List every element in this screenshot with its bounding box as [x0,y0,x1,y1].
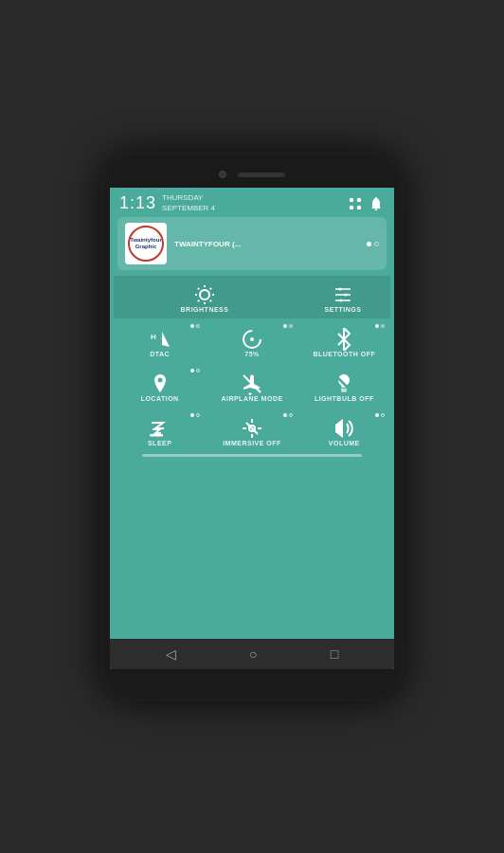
album-art-text: TwaintyfourGraphic [130,237,162,249]
wifi-label: 75% [244,351,260,357]
immersive-icon [241,417,263,440]
svg-text:H: H [151,333,156,341]
location-dots [190,369,200,372]
album-art: TwaintyfourGraphic [125,223,167,264]
phone-bottom-bar [110,669,394,692]
svg-point-17 [250,337,254,341]
svg-point-7 [339,288,342,291]
svg-point-10 [345,294,348,297]
bluetooth-label: BLUETOOTH OFF [313,351,375,357]
sleep-icon [149,417,171,440]
bell-icon [368,195,385,212]
svg-point-0 [350,197,353,201]
immersive-tile[interactable]: IMMERSIVE OFF [206,409,297,452]
status-time: 1:13 [119,193,156,213]
dtac-label: DTAC [150,351,170,357]
bluetooth-dots [375,324,385,328]
svg-point-4 [200,290,209,299]
status-date: SEPTEMBER 4 [162,204,215,213]
brightness-label: BRIGHTNESS [181,306,229,313]
home-button[interactable]: ○ [249,646,257,662]
location-label: LOCATION [141,395,179,402]
sleep-dots [190,413,200,417]
svg-point-3 [357,205,361,209]
notification-title: TWAINTYFOUR (... [174,240,359,248]
immersive-label: IMMERSIVE OFF [223,440,281,446]
svg-line-25 [246,423,258,434]
svg-rect-21 [342,390,347,392]
qs-row-2: H DTAC [114,320,390,363]
status-day: THURSDAY [162,193,215,203]
status-bar: 1:13 THURSDAY SEPTEMBER 4 [110,188,394,217]
grid-icon [347,195,364,212]
quick-settings-panel: BRIGHTNESS [110,276,394,639]
bluetooth-icon [333,328,355,351]
phone-top-bar [110,161,394,188]
brightness-icon [193,283,216,306]
svg-marker-15 [162,332,170,347]
volume-label: VOLUME [329,440,360,446]
svg-rect-20 [341,389,347,390]
lightbulb-tile[interactable]: LIGHTBULB OFF [298,365,390,408]
location-tile[interactable]: LOCATION [114,365,206,408]
location-icon [149,372,171,395]
scroll-indicator [142,454,362,457]
volume-dots [375,413,385,417]
recent-button[interactable]: □ [331,646,338,662]
airplane-icon [241,372,263,395]
settings-label: SETTINGS [324,306,361,313]
front-camera [219,171,226,178]
nav-bar: ◁ ○ □ [110,639,394,669]
svg-rect-23 [150,434,163,437]
speaker-grill [238,172,285,177]
bluetooth-tile[interactable]: BLUETOOTH OFF [298,320,390,363]
airplane-mode-tile[interactable]: AIRPLANE MODE [206,365,297,408]
notification-dots [367,242,379,246]
back-button[interactable]: ◁ [166,646,176,662]
airplane-mode-label: AIRPLANE MODE [221,395,282,402]
brightness-tile[interactable]: BRIGHTNESS [114,276,296,318]
wifi-tile[interactable]: 75% [206,320,297,363]
dtac-tile[interactable]: H DTAC [114,320,206,363]
notification-card[interactable]: TwaintyfourGraphic TWAINTYFOUR (... [117,217,387,270]
lightbulb-label: LIGHTBULB OFF [315,395,374,402]
phone-device: 1:13 THURSDAY SEPTEMBER 4 [100,152,404,701]
svg-point-13 [340,299,343,302]
settings-icon [332,283,354,306]
svg-point-18 [157,378,162,383]
lightbulb-icon [333,372,355,395]
immersive-dots [283,413,293,417]
svg-point-1 [357,197,361,201]
qs-row-4: SLEEP [114,409,390,452]
svg-point-2 [350,205,353,209]
qs-row-3: LOCATION AIRPLANE MODE [114,365,390,408]
signal-icon: H [149,328,171,351]
volume-tile[interactable]: VOLUME [298,409,390,452]
qs-row-1: BRIGHTNESS [114,276,390,318]
screen: 1:13 THURSDAY SEPTEMBER 4 [110,188,394,669]
volume-icon [333,417,355,440]
dtac-dots [190,324,200,328]
sleep-tile[interactable]: SLEEP [114,409,206,452]
sleep-label: SLEEP [148,440,171,446]
wifi-ring-icon [241,328,263,351]
settings-tile[interactable]: SETTINGS [296,276,390,318]
wifi-dots [283,324,293,328]
